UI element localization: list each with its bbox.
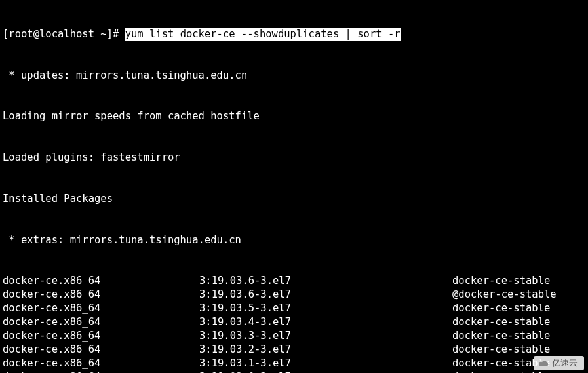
package-version: 3:19.03.0-3.el7: [199, 370, 452, 373]
package-version: 3:19.03.3-3.el7: [199, 329, 452, 343]
package-row: docker-ce.x86_643:19.03.3-3.el7docker-ce…: [3, 329, 585, 343]
package-repo: docker-ce-stable: [452, 302, 585, 315]
package-row: docker-ce.x86_643:19.03.2-3.el7docker-ce…: [3, 343, 585, 357]
watermark-badge: 亿速云: [534, 356, 584, 370]
header-line: Installed Packages: [3, 192, 585, 206]
package-name: docker-ce.x86_64: [3, 370, 199, 373]
package-repo: docker-ce-stable: [452, 343, 585, 357]
package-name: docker-ce.x86_64: [3, 274, 199, 288]
package-row: docker-ce.x86_643:19.03.1-3.el7docker-ce…: [3, 357, 585, 370]
package-repo: docker-ce-stable: [452, 329, 585, 343]
cloud-icon: [538, 359, 549, 367]
header-line: * updates: mirrors.tuna.tsinghua.edu.cn: [3, 69, 585, 83]
package-name: docker-ce.x86_64: [3, 329, 199, 343]
prompt-command: yum list docker-ce --showduplicates | so…: [125, 28, 401, 41]
package-version: 3:19.03.4-3.el7: [199, 315, 452, 329]
package-name: docker-ce.x86_64: [3, 302, 199, 315]
package-repo: @docker-ce-stable: [452, 288, 585, 302]
package-version: 3:19.03.6-3.el7: [199, 288, 452, 302]
package-repo: docker-ce-stable: [452, 315, 585, 329]
package-row: docker-ce.x86_643:19.03.5-3.el7docker-ce…: [3, 302, 585, 315]
prompt-prefix: [root@localhost ~]#: [3, 28, 125, 41]
package-repo: docker-ce-stable: [452, 274, 585, 288]
header-line: Loaded plugins: fastestmirror: [3, 151, 585, 165]
terminal-output[interactable]: [root@localhost ~]# yum list docker-ce -…: [0, 0, 588, 373]
package-version: 3:19.03.1-3.el7: [199, 357, 452, 370]
package-name: docker-ce.x86_64: [3, 357, 199, 370]
watermark-text: 亿速云: [552, 357, 578, 369]
package-row: docker-ce.x86_643:19.03.0-3.el7docker-ce…: [3, 370, 585, 373]
header-line: Loading mirror speeds from cached hostfi…: [3, 109, 585, 123]
package-repo: docker-ce-stable: [452, 370, 585, 373]
package-version: 3:19.03.5-3.el7: [199, 302, 452, 315]
prompt-line: [root@localhost ~]# yum list docker-ce -…: [3, 28, 585, 41]
package-name: docker-ce.x86_64: [3, 315, 199, 329]
package-row: docker-ce.x86_643:19.03.4-3.el7docker-ce…: [3, 315, 585, 329]
package-name: docker-ce.x86_64: [3, 288, 199, 302]
header-line: * extras: mirrors.tuna.tsinghua.edu.cn: [3, 233, 585, 247]
package-row: docker-ce.x86_643:19.03.6-3.el7@docker-c…: [3, 288, 585, 302]
package-version: 3:19.03.6-3.el7: [199, 274, 452, 288]
package-name: docker-ce.x86_64: [3, 343, 199, 357]
package-row: docker-ce.x86_643:19.03.6-3.el7docker-ce…: [3, 274, 585, 288]
package-version: 3:19.03.2-3.el7: [199, 343, 452, 357]
